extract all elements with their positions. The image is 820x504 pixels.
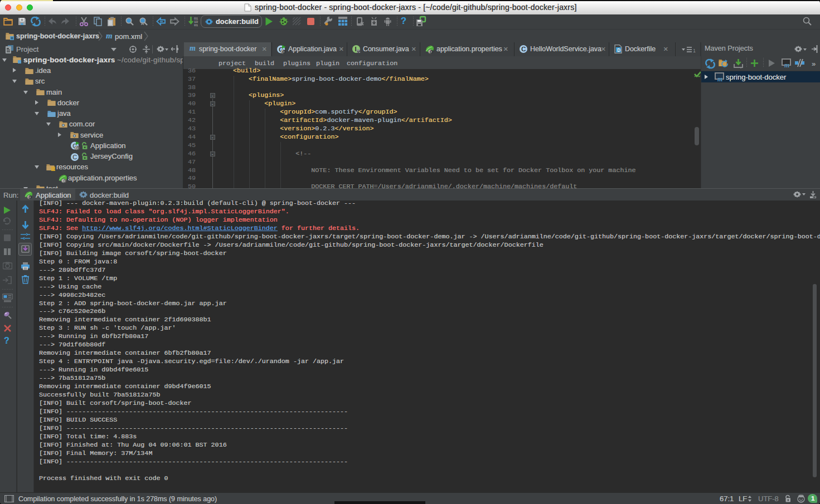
svg-text:C: C bbox=[521, 46, 526, 52]
svg-text:C: C bbox=[72, 154, 77, 160]
svg-text:D: D bbox=[617, 47, 620, 53]
svg-text:@: @ bbox=[282, 50, 286, 53]
svg-text:m: m bbox=[784, 61, 789, 68]
svg-text:@: @ bbox=[429, 50, 433, 53]
svg-text:I: I bbox=[355, 46, 357, 52]
svg-text:@: @ bbox=[28, 195, 32, 199]
svg-text:?: ? bbox=[8, 221, 11, 226]
svg-text:@: @ bbox=[76, 146, 80, 150]
svg-text:A: A bbox=[141, 21, 144, 26]
svg-text:m: m bbox=[717, 75, 722, 82]
svg-text:@: @ bbox=[62, 179, 66, 183]
svg-text:01: 01 bbox=[194, 23, 198, 27]
svg-text:1: 1 bbox=[693, 48, 696, 53]
